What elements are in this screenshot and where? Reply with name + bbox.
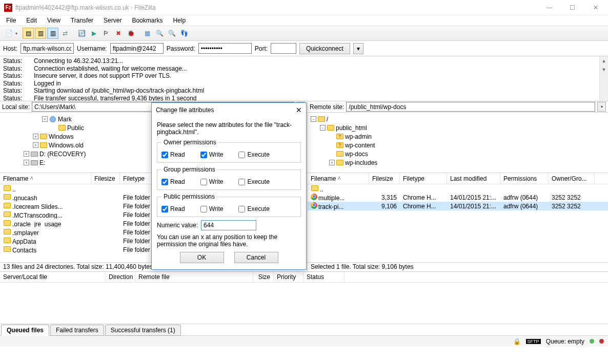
quickconnect-dropdown[interactable]: ▾ xyxy=(353,43,363,54)
tree-item[interactable]: -public_html xyxy=(309,123,607,132)
menu-transfer[interactable]: Transfer xyxy=(67,16,97,25)
filter-icon[interactable]: ▦ xyxy=(141,28,153,39)
toggle-queue-icon[interactable]: ⇄ xyxy=(59,28,71,39)
log-row: Status:Logged in xyxy=(3,80,605,88)
activity-led-2 xyxy=(599,339,604,344)
process-queue-icon[interactable]: ▶ xyxy=(88,28,99,39)
log-pane: Status:Connecting to 46.32.240.13:21...S… xyxy=(0,56,608,101)
tree-item[interactable]: wp-admin xyxy=(309,132,607,141)
col-header[interactable]: Filesize xyxy=(91,173,120,184)
perm-read-checkbox[interactable]: Read xyxy=(161,178,185,185)
col-header[interactable]: Remote file xyxy=(135,272,253,282)
perm-group: Public permissions Read Write Execute xyxy=(157,193,301,217)
person-icon xyxy=(49,116,57,123)
tree-item[interactable]: wp-content xyxy=(309,141,607,149)
tree-item[interactable]: wp-docs xyxy=(309,149,607,158)
perm-execute-checkbox[interactable]: Execute xyxy=(238,151,269,158)
perm-group: Owner permissions Read Write Execute xyxy=(157,139,301,163)
toggle-log-icon[interactable]: ▤ xyxy=(23,28,34,39)
cancel-button[interactable]: Cancel xyxy=(234,252,278,263)
sitemanager-icon[interactable]: 📄 xyxy=(3,28,14,39)
log-row: Status:Connection established, waiting f… xyxy=(3,65,605,73)
tree-item[interactable]: +wp-includes xyxy=(309,158,607,167)
compare-icon[interactable]: 🔍 xyxy=(154,28,165,39)
quickconnect-button[interactable]: Quickconnect xyxy=(299,43,350,54)
activity-led-1 xyxy=(590,339,594,344)
reconnect-icon[interactable]: 🐞 xyxy=(125,28,136,39)
refresh-icon[interactable]: 🔃 xyxy=(76,28,87,39)
perm-read-checkbox[interactable]: Read xyxy=(161,205,185,212)
remote-tree[interactable]: -/-public_htmlwp-adminwp-contentwp-docs+… xyxy=(308,113,608,173)
menu-help[interactable]: Help xyxy=(169,16,190,25)
col-header[interactable]: Owner/Gro... xyxy=(549,173,595,184)
perm-execute-checkbox[interactable]: Execute xyxy=(238,178,269,185)
col-header[interactable]: Server/Local file xyxy=(0,272,106,282)
lock-icon[interactable]: 🔒 xyxy=(513,338,521,345)
folder-icon xyxy=(39,142,48,149)
dialog-title: Change file attributes xyxy=(156,106,296,114)
perm-group-title: Public permissions xyxy=(161,193,217,200)
disconnect-icon[interactable]: ✖ xyxy=(113,28,124,39)
remote-site-input[interactable] xyxy=(346,102,595,112)
col-header[interactable]: Filesize xyxy=(369,173,400,184)
col-header[interactable]: Filename ᐱ xyxy=(0,173,91,184)
log-row: Status:File transfer successful, transfe… xyxy=(3,95,605,102)
perm-read-checkbox[interactable]: Read xyxy=(161,151,185,158)
col-header[interactable]: Last modified xyxy=(447,173,500,184)
log-scrollbar[interactable]: ▲▼ xyxy=(599,56,608,101)
tab-failed-transfers[interactable]: Failed transfers xyxy=(50,325,104,336)
dialog-close-icon[interactable]: ✕ xyxy=(296,106,302,114)
remote-site-dropdown[interactable]: ▾ xyxy=(597,102,606,112)
ok-button[interactable]: OK xyxy=(180,252,224,263)
password-input[interactable] xyxy=(198,43,252,54)
tab-queued-files[interactable]: Queued files xyxy=(1,325,49,336)
col-header[interactable]: Permissions xyxy=(500,173,549,184)
remote-file-list[interactable]: Filename ᐱFilesizeFiletypeLast modifiedP… xyxy=(308,173,608,262)
username-input[interactable] xyxy=(110,43,164,54)
menu-server[interactable]: Server xyxy=(99,16,126,25)
folder-icon xyxy=(3,194,11,201)
remote-site-label: Remote site: xyxy=(310,103,344,111)
col-header[interactable]: Filename ᐱ xyxy=(308,173,369,184)
menu-view[interactable]: View xyxy=(43,16,65,25)
maximize-button[interactable]: ☐ xyxy=(561,0,584,15)
folder-icon xyxy=(3,220,11,227)
list-item[interactable]: track-pi...9,106Chrome H...14/01/2015 21… xyxy=(308,202,608,210)
col-header[interactable]: Direction xyxy=(106,272,135,282)
folder-icon xyxy=(336,159,344,166)
search-icon[interactable]: 👣 xyxy=(178,28,190,39)
minimize-button[interactable]: — xyxy=(538,0,561,15)
tree-item[interactable]: -/ xyxy=(309,115,607,123)
menu-edit[interactable]: Edit xyxy=(22,16,41,25)
toggle-remote-tree-icon[interactable]: ▥ xyxy=(47,28,58,39)
col-header[interactable]: Status xyxy=(303,272,344,282)
sync-browse-icon[interactable]: 🔍 xyxy=(166,28,177,39)
perm-execute-checkbox[interactable]: Execute xyxy=(238,205,269,212)
folderq-icon xyxy=(336,142,344,149)
queue-header: Server/Local fileDirectionRemote fileSiz… xyxy=(0,271,608,283)
tab-successful-transfers-[interactable]: Successful transfers (1) xyxy=(105,325,181,336)
list-item[interactable]: multiple...3,315Chrome H...14/01/2015 21… xyxy=(308,193,608,202)
toggle-local-tree-icon[interactable]: ▥ xyxy=(35,28,46,39)
perm-write-checkbox[interactable]: Write xyxy=(200,205,224,212)
col-header[interactable]: Size xyxy=(253,272,274,282)
close-window-button[interactable]: ✕ xyxy=(584,0,607,15)
folder-icon xyxy=(3,211,11,218)
folder-icon xyxy=(3,202,11,209)
window-title: ftpadmin%402442@ftp.mark-wilson.co.uk - … xyxy=(15,4,538,11)
host-input[interactable] xyxy=(21,43,74,54)
folder-icon xyxy=(327,124,335,132)
numeric-value-input[interactable] xyxy=(201,220,256,230)
toolbar: 📄▾ ▤ ▥ ▥ ⇄ 🔃 ▶ 🏳 ✖ 🐞 ▦ 🔍 🔍 👣 xyxy=(0,26,608,41)
col-header[interactable]: Priority xyxy=(274,272,303,282)
col-header[interactable]: Filetype xyxy=(400,173,447,184)
port-input[interactable] xyxy=(271,43,296,54)
perm-write-checkbox[interactable]: Write xyxy=(200,151,224,158)
menu-file[interactable]: File xyxy=(2,16,20,25)
menu-bookmarks[interactable]: Bookmarks xyxy=(128,16,167,25)
folder-icon xyxy=(336,151,344,158)
menubar: FileEditViewTransferServerBookmarksHelp xyxy=(0,15,608,26)
cancel-icon[interactable]: 🏳 xyxy=(100,28,112,39)
list-item[interactable]: .. xyxy=(308,184,608,193)
perm-write-checkbox[interactable]: Write xyxy=(200,178,224,185)
